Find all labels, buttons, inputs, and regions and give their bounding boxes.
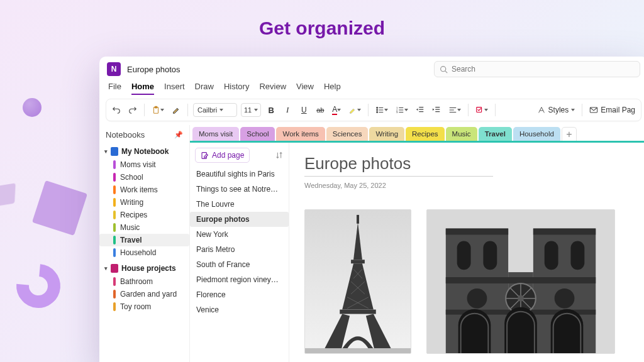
numbering-button[interactable]: 123: [394, 102, 410, 118]
add-page-button[interactable]: Add page: [195, 148, 250, 163]
title-bar: N Europe photos Search: [99, 57, 644, 82]
menu-draw[interactable]: Draw: [195, 82, 214, 95]
tab-music[interactable]: Music: [446, 127, 477, 141]
svg-point-64: [555, 288, 575, 309]
section-writing[interactable]: Writing: [99, 196, 189, 209]
section-travel[interactable]: Travel: [99, 234, 189, 246]
app-window: N Europe photos Search FileHomeInsertDra…: [99, 57, 644, 362]
menu-insert[interactable]: Insert: [164, 82, 185, 95]
styles-button[interactable]: Styles: [535, 102, 577, 118]
bold-button[interactable]: B: [265, 102, 277, 118]
format-painter-button[interactable]: [170, 102, 182, 118]
svg-text:3: 3: [396, 111, 398, 114]
notebooks-heading: Notebooks: [106, 130, 145, 140]
redo-button[interactable]: [126, 102, 139, 118]
svg-rect-49: [533, 229, 596, 235]
page-title[interactable]: Europe photos: [304, 154, 493, 177]
section-tabstrip: Moms visitSchoolWork itemsSciencesWritin…: [190, 125, 644, 143]
separator: [187, 104, 188, 116]
page-paris-metro[interactable]: Paris Metro: [190, 242, 289, 257]
svg-rect-25: [477, 107, 482, 112]
underline-button[interactable]: U: [297, 102, 310, 118]
menu-review[interactable]: Review: [259, 82, 286, 95]
font-name-select[interactable]: Cailbri: [193, 103, 237, 117]
menu-help[interactable]: Help: [324, 82, 341, 95]
section-bathroom[interactable]: Bathroom: [99, 275, 189, 288]
search-placeholder: Search: [452, 65, 475, 74]
menu-bar: FileHomeInsertDrawHistoryReviewViewHelp: [99, 82, 644, 99]
menu-view[interactable]: View: [296, 82, 314, 95]
page-venice[interactable]: Venice: [190, 302, 289, 317]
page-piedmont-region-vineyards[interactable]: Piedmont region vineyards: [190, 272, 289, 287]
section-recipes[interactable]: Recipes: [99, 209, 189, 221]
svg-rect-3: [155, 106, 157, 108]
notebook-house-projects[interactable]: ▾House projects: [99, 261, 189, 275]
svg-rect-48: [446, 229, 508, 235]
photo-eiffel-tower[interactable]: [304, 209, 411, 354]
separator: [368, 104, 369, 116]
section-work-items[interactable]: Work items: [99, 184, 189, 196]
menu-file[interactable]: File: [108, 82, 121, 95]
ribbon: Cailbri 11 B I U ab A 123 Styles Email P…: [106, 99, 641, 121]
page-the-louvre[interactable]: The Louvre: [190, 197, 289, 212]
pin-icon[interactable]: 📌: [174, 131, 183, 139]
section-household[interactable]: Household: [99, 246, 189, 259]
add-section-button[interactable]: +: [562, 127, 577, 141]
add-page-icon: [201, 151, 209, 160]
indent-button[interactable]: [430, 102, 443, 118]
paste-button[interactable]: [150, 102, 166, 118]
workspace: Notebooks 📌 ▾My NotebookMoms visitSchool…: [99, 125, 644, 362]
separator: [582, 104, 582, 116]
align-button[interactable]: [447, 102, 463, 118]
svg-rect-30: [357, 215, 359, 224]
tab-work-items[interactable]: Work items: [276, 127, 325, 141]
notebooks-pane: Notebooks 📌 ▾My NotebookMoms visitSchool…: [99, 125, 190, 362]
tab-travel[interactable]: Travel: [479, 127, 512, 141]
separator: [495, 104, 496, 116]
page-florence[interactable]: Florence: [190, 287, 289, 302]
decor-sphere: [23, 98, 42, 117]
page-europe-photos[interactable]: Europe photos: [190, 212, 289, 227]
svg-line-1: [445, 70, 447, 72]
svg-point-6: [377, 112, 378, 113]
page-things-to-see-at-notre-[interactable]: Things to see at Notre…: [190, 182, 289, 197]
font-size-select[interactable]: 11: [241, 103, 261, 117]
svg-rect-43: [305, 348, 411, 353]
tab-household[interactable]: Household: [513, 127, 560, 141]
svg-point-5: [377, 109, 378, 111]
search-input[interactable]: Search: [434, 61, 640, 77]
photo-notre-dame[interactable]: [426, 209, 615, 354]
email-page-button[interactable]: Email Pag: [587, 102, 637, 118]
section-music[interactable]: Music: [99, 221, 189, 234]
app-icon: N: [107, 62, 121, 76]
bullets-button[interactable]: [374, 102, 390, 118]
tab-recipes[interactable]: Recipes: [406, 127, 445, 141]
menu-history[interactable]: History: [224, 82, 249, 95]
page-south-of-france[interactable]: South of France: [190, 257, 289, 272]
svg-rect-32: [351, 260, 365, 263]
page-beautiful-sights-in-paris[interactable]: Beautiful sights in Paris: [190, 167, 289, 182]
svg-point-63: [467, 288, 487, 309]
section-school[interactable]: School: [99, 171, 189, 184]
menu-home[interactable]: Home: [131, 82, 154, 95]
page-content: Europe photos Wednesday, May 25, 2022: [289, 143, 644, 362]
decor-square: [32, 180, 87, 236]
todo-tag-button[interactable]: [474, 102, 490, 118]
tab-school[interactable]: School: [240, 127, 275, 141]
italic-button[interactable]: I: [281, 102, 294, 118]
highlight-button[interactable]: [347, 102, 363, 118]
tab-sciences[interactable]: Sciences: [326, 127, 369, 141]
svg-point-0: [441, 66, 446, 71]
section-moms-visit[interactable]: Moms visit: [99, 158, 189, 171]
section-toy-room[interactable]: Toy room: [99, 300, 189, 313]
page-new-york[interactable]: New York: [190, 227, 289, 242]
notebook-my-notebook[interactable]: ▾My Notebook: [99, 145, 189, 158]
sort-icon[interactable]: [275, 151, 284, 160]
tab-writing[interactable]: Writing: [369, 127, 404, 141]
section-garden-and-yard[interactable]: Garden and yard: [99, 288, 189, 300]
outdent-button[interactable]: [414, 102, 426, 118]
undo-button[interactable]: [110, 102, 123, 118]
strikethrough-button[interactable]: ab: [314, 102, 326, 118]
tab-moms-visit[interactable]: Moms visit: [192, 127, 239, 141]
font-color-button[interactable]: A: [330, 102, 343, 118]
